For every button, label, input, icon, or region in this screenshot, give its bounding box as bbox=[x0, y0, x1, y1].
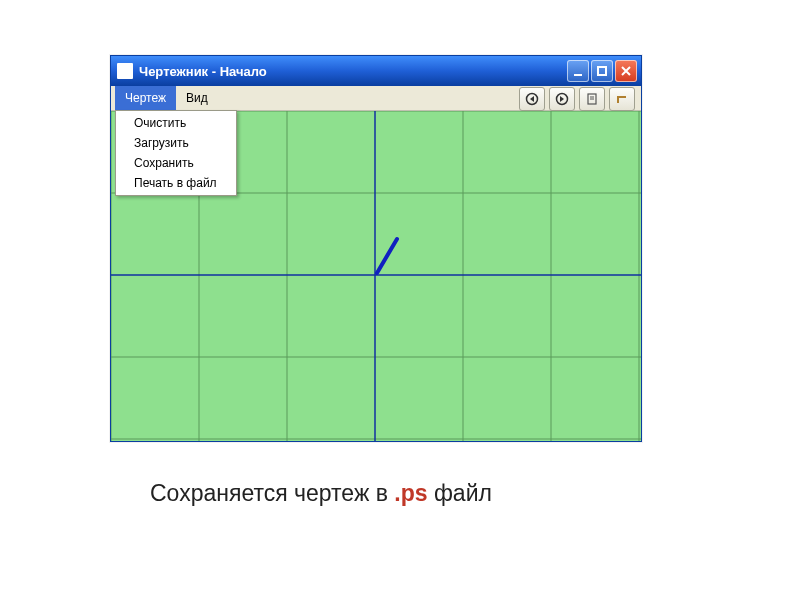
svg-marker-5 bbox=[560, 96, 564, 102]
menu-item-save[interactable]: Сохранить bbox=[116, 153, 236, 173]
svg-line-21 bbox=[377, 239, 397, 273]
toolbar-btn-forward[interactable] bbox=[549, 87, 575, 111]
forward-icon bbox=[555, 92, 569, 106]
menu-item-print-to-file[interactable]: Печать в файл bbox=[116, 173, 236, 193]
app-icon bbox=[117, 63, 133, 79]
window-title: Чертежник - Начало bbox=[139, 64, 567, 79]
caption-part2: файл bbox=[434, 480, 492, 506]
menubar: Чертеж Вид Очистить Загрузить Сохранить … bbox=[111, 86, 641, 111]
close-icon bbox=[619, 64, 633, 78]
svg-rect-0 bbox=[574, 74, 582, 76]
close-button[interactable] bbox=[615, 60, 637, 82]
svg-marker-3 bbox=[530, 96, 534, 102]
caption-ext: .ps bbox=[394, 480, 427, 506]
menu-item-clear[interactable]: Очистить bbox=[116, 113, 236, 133]
menu-item-load[interactable]: Загрузить bbox=[116, 133, 236, 153]
toolbar-btn-corner[interactable] bbox=[609, 87, 635, 111]
maximize-icon bbox=[595, 64, 609, 78]
toolbar-btn-page[interactable] bbox=[579, 87, 605, 111]
app-window: Чертежник - Начало Чертеж Вид bbox=[110, 55, 642, 442]
menu-drawing[interactable]: Чертеж bbox=[115, 86, 176, 110]
titlebar: Чертежник - Начало bbox=[111, 56, 641, 86]
minimize-button[interactable] bbox=[567, 60, 589, 82]
rewind-icon bbox=[525, 92, 539, 106]
page-icon bbox=[585, 92, 599, 106]
svg-rect-1 bbox=[598, 67, 606, 75]
caption-part1: Сохраняется чертеж в bbox=[150, 480, 394, 506]
toolbar-btn-rewind[interactable] bbox=[519, 87, 545, 111]
corner-icon bbox=[615, 92, 629, 106]
maximize-button[interactable] bbox=[591, 60, 613, 82]
slide-caption: Сохраняется чертеж в .ps файл bbox=[150, 480, 492, 507]
minimize-icon bbox=[571, 64, 585, 78]
menu-view[interactable]: Вид bbox=[176, 86, 218, 110]
menu-drawing-dropdown: Очистить Загрузить Сохранить Печать в фа… bbox=[115, 110, 237, 196]
window-controls bbox=[567, 60, 637, 82]
